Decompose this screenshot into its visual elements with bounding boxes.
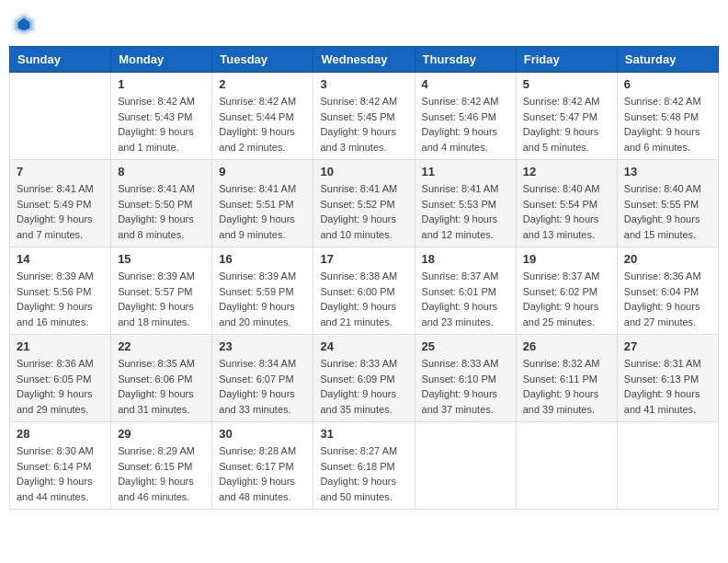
calendar-cell: 12Sunrise: 8:40 AMSunset: 5:54 PMDayligh… xyxy=(516,160,617,247)
calendar-cell: 16Sunrise: 8:39 AMSunset: 5:59 PMDayligh… xyxy=(212,247,313,335)
calendar-cell: 10Sunrise: 8:41 AMSunset: 5:52 PMDayligh… xyxy=(313,160,415,247)
day-number: 12 xyxy=(523,165,610,178)
day-number: 10 xyxy=(320,165,407,178)
calendar-cell xyxy=(10,73,111,160)
calendar-cell: 28Sunrise: 8:30 AMSunset: 6:14 PMDayligh… xyxy=(10,422,111,510)
calendar-cell: 17Sunrise: 8:38 AMSunset: 6:00 PMDayligh… xyxy=(313,247,415,335)
calendar-cell xyxy=(415,422,516,510)
day-number: 2 xyxy=(219,77,306,91)
day-info: Sunrise: 8:30 AMSunset: 6:14 PMDaylight:… xyxy=(17,443,104,504)
calendar-cell: 26Sunrise: 8:32 AMSunset: 6:11 PMDayligh… xyxy=(516,335,617,422)
calendar-cell: 8Sunrise: 8:41 AMSunset: 5:50 PMDaylight… xyxy=(111,160,212,247)
day-number: 29 xyxy=(118,427,205,441)
logo xyxy=(9,9,42,39)
day-info: Sunrise: 8:37 AMSunset: 6:01 PMDaylight:… xyxy=(422,269,509,329)
day-info: Sunrise: 8:33 AMSunset: 6:09 PMDaylight:… xyxy=(320,356,407,417)
calendar-cell: 14Sunrise: 8:39 AMSunset: 5:56 PMDayligh… xyxy=(10,247,111,335)
calendar-cell: 2Sunrise: 8:42 AMSunset: 5:44 PMDaylight… xyxy=(212,73,313,160)
day-number: 8 xyxy=(118,165,205,178)
day-info: Sunrise: 8:42 AMSunset: 5:43 PMDaylight:… xyxy=(118,94,205,155)
calendar-cell: 27Sunrise: 8:31 AMSunset: 6:13 PMDayligh… xyxy=(617,335,718,422)
calendar-week-row: 1Sunrise: 8:42 AMSunset: 5:43 PMDaylight… xyxy=(10,73,719,160)
day-info: Sunrise: 8:39 AMSunset: 5:59 PMDaylight:… xyxy=(219,269,306,329)
day-number: 25 xyxy=(422,339,509,353)
day-info: Sunrise: 8:41 AMSunset: 5:53 PMDaylight:… xyxy=(422,181,509,242)
day-info: Sunrise: 8:39 AMSunset: 5:57 PMDaylight:… xyxy=(118,269,205,329)
day-info: Sunrise: 8:27 AMSunset: 6:18 PMDaylight:… xyxy=(320,443,407,504)
day-number: 14 xyxy=(17,252,104,266)
calendar-cell: 11Sunrise: 8:41 AMSunset: 5:53 PMDayligh… xyxy=(415,160,516,247)
day-number: 1 xyxy=(118,77,205,91)
calendar-cell: 29Sunrise: 8:29 AMSunset: 6:15 PMDayligh… xyxy=(111,422,212,510)
calendar-cell: 21Sunrise: 8:36 AMSunset: 6:05 PMDayligh… xyxy=(10,335,111,422)
weekday-header-monday: Monday xyxy=(111,47,212,73)
calendar-week-row: 28Sunrise: 8:30 AMSunset: 6:14 PMDayligh… xyxy=(10,422,719,510)
day-info: Sunrise: 8:40 AMSunset: 5:54 PMDaylight:… xyxy=(523,181,610,242)
calendar-cell: 31Sunrise: 8:27 AMSunset: 6:18 PMDayligh… xyxy=(313,422,415,510)
day-info: Sunrise: 8:29 AMSunset: 6:15 PMDaylight:… xyxy=(118,443,205,504)
day-info: Sunrise: 8:35 AMSunset: 6:06 PMDaylight:… xyxy=(118,356,205,417)
calendar-cell: 24Sunrise: 8:33 AMSunset: 6:09 PMDayligh… xyxy=(313,335,415,422)
calendar-cell: 15Sunrise: 8:39 AMSunset: 5:57 PMDayligh… xyxy=(111,247,212,335)
day-info: Sunrise: 8:41 AMSunset: 5:52 PMDaylight:… xyxy=(320,181,407,242)
day-info: Sunrise: 8:42 AMSunset: 5:46 PMDaylight:… xyxy=(422,94,509,155)
day-info: Sunrise: 8:42 AMSunset: 5:45 PMDaylight:… xyxy=(320,94,407,155)
day-number: 13 xyxy=(624,165,711,178)
day-number: 7 xyxy=(17,165,104,178)
calendar-cell: 1Sunrise: 8:42 AMSunset: 5:43 PMDaylight… xyxy=(111,73,212,160)
day-number: 16 xyxy=(219,252,306,266)
calendar-cell: 30Sunrise: 8:28 AMSunset: 6:17 PMDayligh… xyxy=(212,422,313,510)
calendar-table: SundayMondayTuesdayWednesdayThursdayFrid… xyxy=(9,46,719,510)
day-number: 11 xyxy=(422,165,509,178)
day-number: 23 xyxy=(219,339,306,353)
weekday-header-saturday: Saturday xyxy=(617,47,718,73)
calendar-cell: 6Sunrise: 8:42 AMSunset: 5:48 PMDaylight… xyxy=(617,73,718,160)
calendar-cell: 5Sunrise: 8:42 AMSunset: 5:47 PMDaylight… xyxy=(516,73,617,160)
day-info: Sunrise: 8:41 AMSunset: 5:49 PMDaylight:… xyxy=(17,181,104,242)
weekday-header-thursday: Thursday xyxy=(415,47,516,73)
page-header xyxy=(9,9,719,39)
calendar-cell: 23Sunrise: 8:34 AMSunset: 6:07 PMDayligh… xyxy=(212,335,313,422)
day-info: Sunrise: 8:42 AMSunset: 5:47 PMDaylight:… xyxy=(523,94,610,155)
day-info: Sunrise: 8:36 AMSunset: 6:05 PMDaylight:… xyxy=(17,356,104,417)
day-number: 5 xyxy=(523,77,610,91)
day-number: 19 xyxy=(523,252,610,266)
calendar-cell: 25Sunrise: 8:33 AMSunset: 6:10 PMDayligh… xyxy=(415,335,516,422)
day-number: 21 xyxy=(17,339,104,353)
day-number: 18 xyxy=(422,252,509,266)
day-info: Sunrise: 8:31 AMSunset: 6:13 PMDaylight:… xyxy=(624,356,711,417)
day-number: 3 xyxy=(320,77,407,91)
day-info: Sunrise: 8:39 AMSunset: 5:56 PMDaylight:… xyxy=(17,269,104,329)
day-number: 28 xyxy=(17,427,104,441)
weekday-header-tuesday: Tuesday xyxy=(212,47,313,73)
day-info: Sunrise: 8:36 AMSunset: 6:04 PMDaylight:… xyxy=(624,269,711,329)
day-number: 27 xyxy=(624,339,711,353)
day-number: 15 xyxy=(118,252,205,266)
day-info: Sunrise: 8:34 AMSunset: 6:07 PMDaylight:… xyxy=(219,356,306,417)
calendar-cell: 19Sunrise: 8:37 AMSunset: 6:02 PMDayligh… xyxy=(516,247,617,335)
calendar-week-row: 7Sunrise: 8:41 AMSunset: 5:49 PMDaylight… xyxy=(10,160,719,247)
weekday-header-friday: Friday xyxy=(516,47,617,73)
day-number: 17 xyxy=(320,252,407,266)
day-info: Sunrise: 8:42 AMSunset: 5:48 PMDaylight:… xyxy=(624,94,711,155)
day-info: Sunrise: 8:41 AMSunset: 5:50 PMDaylight:… xyxy=(118,181,205,242)
day-number: 26 xyxy=(523,339,610,353)
day-info: Sunrise: 8:41 AMSunset: 5:51 PMDaylight:… xyxy=(219,181,306,242)
calendar-week-row: 21Sunrise: 8:36 AMSunset: 6:05 PMDayligh… xyxy=(10,335,719,422)
day-number: 30 xyxy=(219,427,306,441)
weekday-header-wednesday: Wednesday xyxy=(313,47,415,73)
calendar-cell: 9Sunrise: 8:41 AMSunset: 5:51 PMDaylight… xyxy=(212,160,313,247)
day-number: 6 xyxy=(624,77,711,91)
day-info: Sunrise: 8:38 AMSunset: 6:00 PMDaylight:… xyxy=(320,269,407,329)
logo-icon xyxy=(9,9,39,39)
calendar-cell: 7Sunrise: 8:41 AMSunset: 5:49 PMDaylight… xyxy=(10,160,111,247)
day-number: 22 xyxy=(118,339,205,353)
calendar-cell: 4Sunrise: 8:42 AMSunset: 5:46 PMDaylight… xyxy=(415,73,516,160)
day-info: Sunrise: 8:37 AMSunset: 6:02 PMDaylight:… xyxy=(523,269,610,329)
day-info: Sunrise: 8:33 AMSunset: 6:10 PMDaylight:… xyxy=(422,356,509,417)
calendar-cell: 22Sunrise: 8:35 AMSunset: 6:06 PMDayligh… xyxy=(111,335,212,422)
day-info: Sunrise: 8:28 AMSunset: 6:17 PMDaylight:… xyxy=(219,443,306,504)
day-info: Sunrise: 8:40 AMSunset: 5:55 PMDaylight:… xyxy=(624,181,711,242)
weekday-header-sunday: Sunday xyxy=(10,47,111,73)
calendar-cell xyxy=(516,422,617,510)
